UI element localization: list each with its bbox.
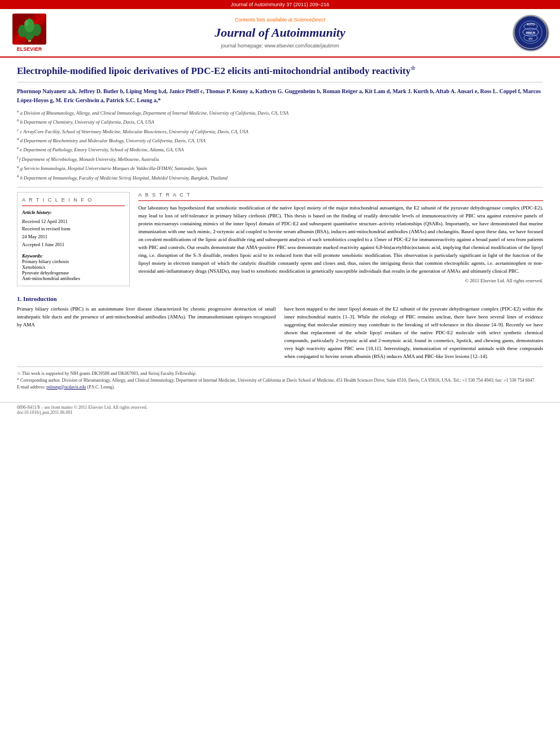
article-info-abstract-section: A R T I C L E I N F O Article history: R… <box>17 192 543 286</box>
journal-header: ELSEVIER Contents lists available at Sci… <box>0 9 560 58</box>
intro-right-text: have been mapped to the inner lipoyl dom… <box>285 305 544 361</box>
email-label: E-mail address: <box>17 385 46 390</box>
introduction-right-col: have been mapped to the inner lipoyl dom… <box>285 305 544 361</box>
keyword-3: Pyruvate dehydrogenase <box>22 270 125 276</box>
revised-date: 24 May 2011 <box>22 233 125 241</box>
keyword-4: Anti-mitochondrial antibodies <box>22 276 125 281</box>
article-info-box: A R T I C L E I N F O Article history: R… <box>17 192 130 286</box>
affiliations-section: a a Division of Rheumatology, Allergy, a… <box>17 108 543 187</box>
affiliation-a: a a Division of Rheumatology, Allergy, a… <box>17 108 543 117</box>
email-suffix: (P.S.C. Leung). <box>87 385 115 390</box>
article-title-text: Electrophile-modified lipoic derivatives… <box>17 65 410 76</box>
svg-point-5 <box>24 20 29 26</box>
affiliation-g: g g Servicio Inmunologia, Hospital Unive… <box>17 164 543 172</box>
journal-reference-bar: Journal of Autoimmunity 37 (2011) 209–21… <box>0 0 560 9</box>
affiliation-f: f f Department of Microbiology, Monash U… <box>17 155 543 163</box>
bottom-bar: 0896-8411/$ – see front matter © 2011 El… <box>0 402 560 417</box>
keyword-1: Primary biliary cirrhosis <box>22 259 125 264</box>
svg-text:ITY: ITY <box>528 38 532 41</box>
intro-left-text: Primary biliary cirrhosis (PBC) is an au… <box>17 305 276 329</box>
doi-text: doi:10.1016/j.jaut.2011.06.001 <box>17 410 543 415</box>
elsevier-logo: ELSEVIER <box>7 14 52 52</box>
sciencedirect-name: ScienceDirect <box>294 17 326 23</box>
received-revised-label: Received in revised form <box>22 225 125 233</box>
keyword-2: Xenobiotics <box>22 264 125 270</box>
introduction-columns: Primary biliary cirrhosis (PBC) is an au… <box>17 305 543 361</box>
contents-text: Contents lists available at <box>235 17 292 23</box>
journal-homepage: journal homepage: www.elsevier.com/locat… <box>58 43 502 49</box>
footnote-star: ☆ This work is supported by NIH grants D… <box>17 370 543 377</box>
affiliation-c: c c ArrayCore Facility, School of Veteri… <box>17 127 543 136</box>
journal-reference-text: Journal of Autoimmunity 37 (2011) 209–21… <box>231 2 330 7</box>
sciencedirect-link[interactable]: Contents lists available at ScienceDirec… <box>58 17 502 23</box>
abstract-divider <box>138 200 543 201</box>
introduction-heading: 1. Introduction <box>17 295 543 302</box>
autoimmunity-logo-icon: AUTO IMMUN ITY <box>513 15 549 51</box>
journal-center-header: Contents lists available at ScienceDirec… <box>58 17 502 48</box>
article-title: Electrophile-modified lipoic derivatives… <box>17 64 543 82</box>
elsevier-tree-icon <box>12 14 46 45</box>
affiliation-b: b b Department of Chemistry, University … <box>17 117 543 126</box>
affiliation-d: d d Department of Biochemistry and Molec… <box>17 136 543 145</box>
authors-list: Phornnop Naiyanetr a,h, Jeffrey D. Butle… <box>17 87 543 105</box>
email-address[interactable]: psleung@ucdavis.edu <box>46 385 86 390</box>
article-info-heading: A R T I C L E I N F O <box>22 197 125 203</box>
accepted-date: Accepted 1 June 2011 <box>22 241 125 249</box>
affiliation-h: h h Department of Immunology, Faculty of… <box>17 173 543 182</box>
article-info-panel: A R T I C L E I N F O Article history: R… <box>17 192 130 286</box>
abstract-heading: A B S T R A C T <box>138 192 543 198</box>
keywords-label: Keywords: <box>22 253 125 259</box>
authors-text: Phornnop Naiyanetr a,h, Jeffrey D. Butle… <box>17 88 541 103</box>
introduction-section: 1. Introduction Primary biliary cirrhosi… <box>17 295 543 361</box>
keywords-section: Keywords: Primary biliary cirrhosis Xeno… <box>22 253 125 281</box>
abstract-text: Our laboratory has hypothesized that xen… <box>138 204 543 275</box>
article-dates: Article history: Received 12 April 2011 … <box>22 209 125 248</box>
elsevier-brand-text: ELSEVIER <box>17 46 42 52</box>
abstract-panel: A B S T R A C T Our laboratory has hypot… <box>138 192 543 286</box>
history-label: Article history: <box>22 209 125 217</box>
introduction-left-col: Primary biliary cirrhosis (PBC) is an au… <box>17 305 276 361</box>
footnotes-section: ☆ This work is supported by NIH grants D… <box>17 366 543 391</box>
footnote-corresponding: * Corresponding author. Division of Rheu… <box>17 377 543 384</box>
copyright-text: © 2011 Elsevier Ltd. All rights reserved… <box>138 278 543 283</box>
footnote-email: E-mail address: psleung@ucdavis.edu (P.S… <box>17 384 543 391</box>
svg-text:IMMUN: IMMUN <box>526 31 536 34</box>
article-info-divider <box>22 206 125 206</box>
issn-text: 0896-8411/$ – see front matter © 2011 El… <box>17 405 543 410</box>
title-star: ☆ <box>410 65 415 71</box>
main-content: Electrophile-modified lipoic derivatives… <box>0 58 560 397</box>
journal-logo-right: AUTO IMMUN ITY <box>508 15 553 51</box>
affiliation-e: e e Department of Pathology, Emory Unive… <box>17 145 543 154</box>
page: Journal of Autoimmunity 37 (2011) 209–21… <box>0 0 560 747</box>
svg-text:AUTO: AUTO <box>527 23 535 26</box>
received-date: Received 12 April 2011 <box>22 218 125 226</box>
journal-title: Journal of Autoimmunity <box>58 25 502 40</box>
